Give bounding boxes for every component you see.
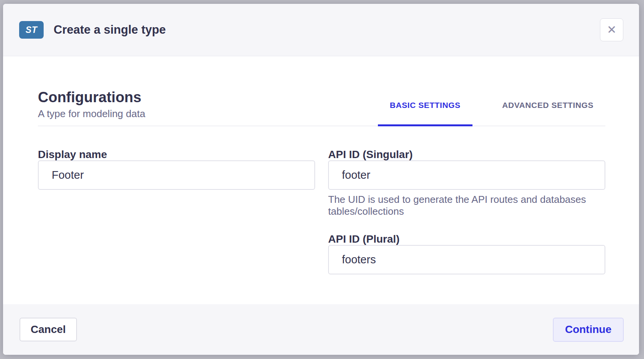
page-subtitle: A type for modeling data (38, 108, 145, 120)
display-name-field: Display name (38, 149, 315, 190)
single-type-icon: ST (19, 21, 44, 39)
api-id-singular-label: API ID (Singular) (328, 149, 605, 160)
create-single-type-modal: ST Create a single type ✕ Configurations… (3, 4, 639, 355)
api-id-plural-input[interactable] (328, 245, 605, 274)
section-header-text: Configurations A type for modeling data (38, 56, 145, 126)
api-id-plural-field: API ID (Plural) (328, 233, 605, 274)
display-name-input[interactable] (38, 160, 315, 190)
close-icon: ✕ (607, 24, 616, 36)
close-button[interactable]: ✕ (600, 18, 623, 41)
api-id-singular-input[interactable] (328, 160, 605, 190)
configuration-form: Display name API ID (Singular) The UID i… (38, 149, 605, 274)
continue-button[interactable]: Continue (553, 318, 624, 342)
tab-advanced-settings[interactable]: ADVANCED SETTINGS (490, 101, 606, 126)
display-name-label: Display name (38, 149, 315, 160)
modal-footer: Cancel Continue (3, 304, 639, 355)
api-id-singular-field: API ID (Singular) The UID is used to gen… (328, 149, 605, 217)
cancel-button[interactable]: Cancel (20, 318, 77, 341)
api-id-singular-hint: The UID is used to generate the API rout… (328, 194, 605, 217)
page-title: Configurations (38, 88, 145, 106)
form-left-column: Display name (38, 149, 315, 274)
tab-basic-settings[interactable]: BASIC SETTINGS (378, 101, 472, 126)
form-right-column: API ID (Singular) The UID is used to gen… (328, 149, 605, 274)
modal-body: Configurations A type for modeling data … (3, 56, 639, 304)
modal-title: Create a single type (54, 23, 166, 37)
modal-header: ST Create a single type ✕ (3, 4, 639, 56)
modal-backdrop: ST Create a single type ✕ Configurations… (0, 0, 644, 359)
api-id-plural-label: API ID (Plural) (328, 233, 605, 245)
section-header: Configurations A type for modeling data … (38, 56, 605, 126)
settings-tabs: BASIC SETTINGS ADVANCED SETTINGS (378, 101, 605, 126)
